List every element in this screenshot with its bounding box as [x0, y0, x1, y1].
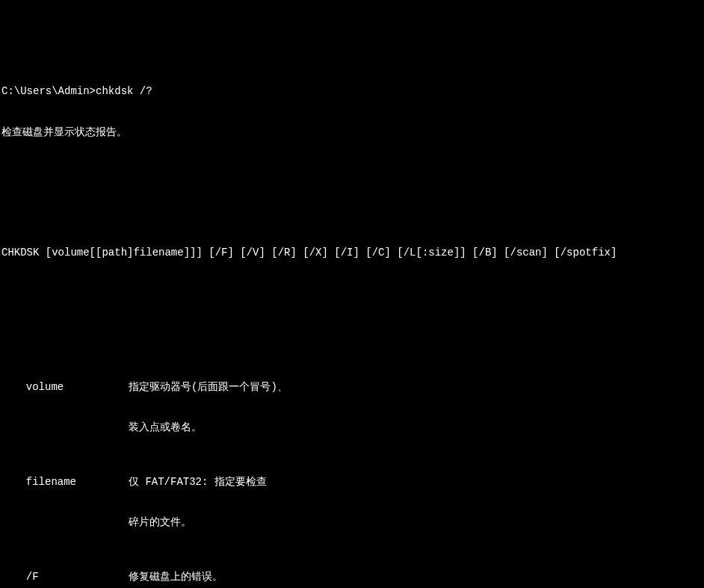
spacer: [1, 166, 703, 179]
param-volume: volume指定驱动器号(后面跟一个冒号)、: [1, 380, 703, 394]
prompt: C:\Users\Admin>: [1, 84, 96, 98]
command-text: chkdsk /?: [96, 84, 152, 98]
terminal-output: C:\Users\Admin>chkdsk /? 检查磁盘并显示状态报告。 CH…: [1, 58, 703, 588]
param-filename: filename仅 FAT/FAT32: 指定要检查: [1, 475, 703, 489]
spacer: [1, 327, 703, 339]
spacer: [1, 287, 703, 300]
spacer: [1, 206, 703, 219]
command-line: C:\Users\Admin>chkdsk /?: [1, 84, 703, 98]
param-volume-cont: 装入点或卷名。: [1, 421, 703, 434]
param-filename-cont: 碎片的文件。: [1, 516, 703, 529]
intro-text: 检查磁盘并显示状态报告。: [1, 126, 703, 139]
syntax-line: CHKDSK [volume[[path]filename]]] [/F] [/…: [1, 246, 703, 259]
param-f: /F修复磁盘上的错误。: [1, 570, 703, 584]
